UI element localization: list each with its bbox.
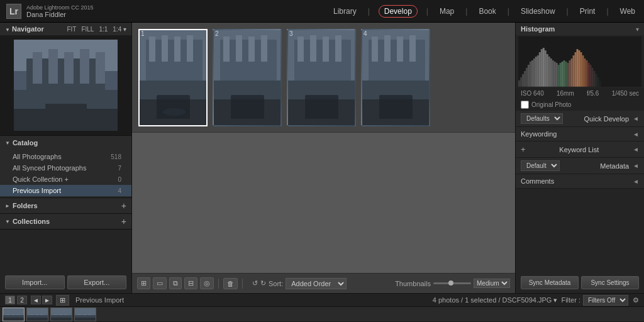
comments-section[interactable]: Comments ◄ bbox=[516, 174, 644, 189]
svg-rect-93 bbox=[11, 309, 14, 315]
film-thumb-1[interactable] bbox=[3, 308, 25, 321]
grid-view-mini-btn[interactable]: ⊞ bbox=[56, 295, 69, 306]
catalog-header[interactable]: ▼ Catalog bbox=[0, 136, 131, 150]
catalog-all-photos-label: All Photographs bbox=[13, 153, 62, 160]
navigator-header[interactable]: ▼ Navigator FIT FILL 1:1 1:4 ▾ bbox=[0, 23, 131, 35]
thumbnail-size-area: Thumbnails Medium bbox=[395, 279, 510, 288]
svg-rect-76 bbox=[575, 52, 577, 87]
folders-header[interactable]: ► Folders + bbox=[0, 198, 131, 213]
keywording-section[interactable]: Keywording ◄ bbox=[516, 127, 644, 142]
nav-arrows: ◄ ► bbox=[31, 296, 52, 304]
survey-view-btn[interactable]: ⊟ bbox=[184, 277, 197, 289]
film-thumb-4[interactable] bbox=[74, 308, 96, 321]
photo-aperture: f/5.6 bbox=[587, 90, 599, 97]
nav-1-1-btn[interactable]: 1:1 bbox=[99, 26, 108, 33]
thumbnail-size-select[interactable]: Medium bbox=[474, 279, 510, 288]
toolbar: ⊞ ▭ ⧉ ⊟ ◎ 🗑 ↺ ↻ Sort: Added Order Captur… bbox=[132, 273, 515, 293]
thumbnail-3[interactable]: 3 bbox=[287, 29, 356, 126]
thumb-image-3[interactable] bbox=[287, 29, 356, 126]
svg-rect-24 bbox=[223, 36, 230, 62]
thumbnail-4[interactable]: 4 bbox=[361, 29, 430, 126]
thumbnail-2[interactable]: 2 bbox=[213, 29, 282, 126]
photo-count-label: 4 photos / 1 selected / DSCF5094.JPG ▾ bbox=[433, 296, 558, 304]
nav-library[interactable]: Library bbox=[331, 6, 359, 17]
thumbnail-1[interactable]: 1 bbox=[138, 29, 208, 126]
nav-fit-btn[interactable]: FIT bbox=[67, 26, 76, 33]
catalog-all-photos[interactable]: All Photographs 518 bbox=[0, 151, 131, 162]
thumb-num-3: 3 bbox=[289, 30, 293, 37]
rotate-left-icon[interactable]: ↺ bbox=[252, 279, 258, 287]
catalog-title: ▼ Catalog bbox=[5, 139, 38, 147]
svg-rect-4 bbox=[33, 52, 42, 84]
nav-book[interactable]: Book bbox=[476, 6, 498, 17]
thumb-num-1: 1 bbox=[141, 30, 145, 37]
photo-shutter: 1/450 sec bbox=[612, 90, 639, 97]
sort-select[interactable]: Added Order Capture Time Edit Time Ratin… bbox=[286, 278, 347, 289]
metadata-select[interactable]: Default bbox=[521, 160, 560, 171]
folders-add-btn[interactable]: + bbox=[121, 201, 126, 210]
svg-rect-47 bbox=[520, 77, 522, 87]
sync-metadata-button[interactable]: Sync Metadata bbox=[521, 276, 579, 289]
keyword-list-section[interactable]: + Keyword List ◄ bbox=[516, 142, 644, 158]
catalog-quick-collection[interactable]: Quick Collection + 0 bbox=[0, 174, 131, 185]
filter-settings-icon[interactable]: ⚙ bbox=[633, 296, 639, 304]
delete-btn[interactable]: 🗑 bbox=[223, 278, 238, 289]
comments-arrow-icon: ◄ bbox=[633, 178, 639, 185]
nav-zoom-btn[interactable]: 1:4 ▾ bbox=[113, 26, 126, 33]
thumb-image-2[interactable] bbox=[213, 29, 282, 126]
loupe-view-btn[interactable]: ▭ bbox=[153, 277, 167, 289]
histogram-collapse-icon[interactable]: ▾ bbox=[636, 26, 639, 33]
page-2-btn[interactable]: 2 bbox=[17, 296, 27, 304]
nav-print[interactable]: Print bbox=[577, 6, 598, 17]
thumbnail-slider-handle[interactable] bbox=[448, 280, 453, 286]
page-1-btn[interactable]: 1 bbox=[5, 296, 15, 304]
nav-next-arrow[interactable]: ► bbox=[42, 296, 52, 304]
catalog-synced-photos[interactable]: All Synced Photographs 7 bbox=[0, 162, 131, 174]
quick-develop-collapse-icon[interactable]: ◄ bbox=[633, 115, 639, 122]
svg-rect-71 bbox=[565, 62, 567, 87]
nav-fill-btn[interactable]: FILL bbox=[81, 26, 94, 33]
collections-header[interactable]: ▼ Collections + bbox=[0, 214, 131, 229]
catalog-section: ▼ Catalog All Photographs 518 All Synced… bbox=[0, 136, 131, 198]
nav-slideshow[interactable]: Slideshow bbox=[518, 6, 558, 17]
navigator-triangle-icon: ▼ bbox=[5, 27, 10, 33]
original-photo-check[interactable] bbox=[521, 101, 529, 109]
thumb-image-1[interactable] bbox=[138, 29, 208, 126]
navigator-preview bbox=[0, 35, 131, 136]
original-photo-label: Original Photo bbox=[531, 101, 571, 108]
catalog-previous-import[interactable]: Previous Import 4 bbox=[0, 185, 131, 196]
import-button[interactable]: Import... bbox=[5, 275, 65, 289]
svg-rect-72 bbox=[567, 63, 569, 87]
svg-rect-97 bbox=[27, 308, 48, 315]
quick-develop-select[interactable]: Defaults bbox=[521, 113, 563, 124]
metadata-collapse-icon[interactable]: ◄ bbox=[633, 162, 639, 169]
navigator-photo bbox=[14, 40, 118, 131]
svg-rect-94 bbox=[16, 310, 19, 315]
film-thumb-3[interactable] bbox=[50, 308, 72, 321]
thumbnail-slider[interactable] bbox=[433, 282, 471, 284]
nav-prev-arrow[interactable]: ◄ bbox=[31, 296, 41, 304]
svg-rect-7 bbox=[80, 49, 89, 84]
keywording-label: Keywording bbox=[521, 130, 557, 138]
right-panel: Histogram ▾ bbox=[515, 23, 644, 293]
compare-view-btn[interactable]: ⧉ bbox=[169, 277, 182, 289]
filter-area: Filter : Filters Off ⚙ bbox=[561, 295, 639, 306]
nav-map[interactable]: Map bbox=[437, 6, 457, 17]
nav-web[interactable]: Web bbox=[618, 6, 638, 17]
sync-settings-button[interactable]: Sync Settings bbox=[581, 276, 639, 289]
keyword-list-plus-icon[interactable]: + bbox=[521, 145, 526, 154]
collections-add-btn[interactable]: + bbox=[121, 217, 126, 226]
svg-rect-28 bbox=[214, 99, 282, 126]
rotate-right-icon[interactable]: ↻ bbox=[260, 279, 266, 287]
histogram-title: Histogram bbox=[521, 25, 555, 33]
film-thumb-2[interactable] bbox=[26, 308, 48, 321]
nav-develop[interactable]: Develop bbox=[379, 5, 418, 18]
people-view-btn[interactable]: ◎ bbox=[200, 277, 214, 289]
thumb-image-4[interactable] bbox=[361, 29, 430, 126]
export-button[interactable]: Export... bbox=[67, 275, 127, 289]
svg-rect-59 bbox=[543, 48, 545, 87]
filter-select[interactable]: Filters Off bbox=[583, 295, 628, 306]
nav-menu: Library | Develop | Map | Book | Slidesh… bbox=[331, 5, 638, 18]
grid-view-btn[interactable]: ⊞ bbox=[137, 277, 150, 289]
quick-develop-row: Defaults Quick Develop ◄ bbox=[516, 111, 644, 127]
